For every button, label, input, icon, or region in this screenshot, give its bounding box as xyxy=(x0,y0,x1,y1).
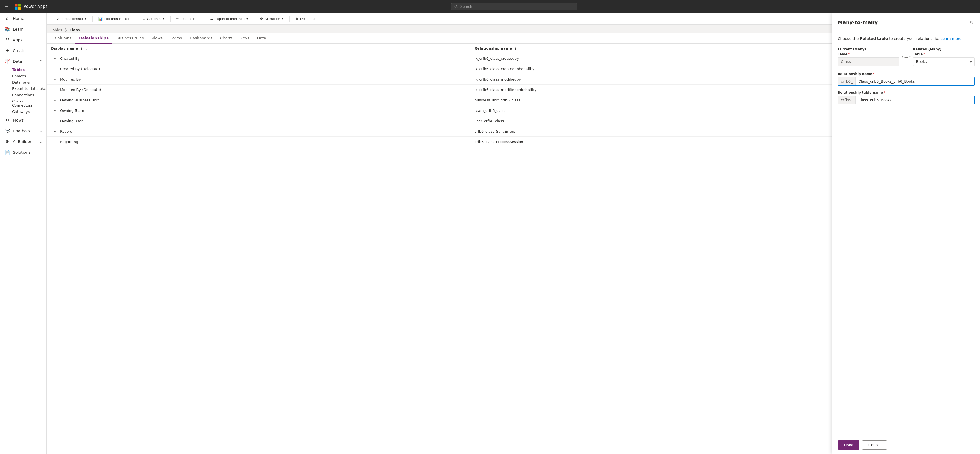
tab-relationships[interactable]: Relationships xyxy=(75,33,112,44)
sidebar-item-flows[interactable]: ↻ Flows xyxy=(0,115,46,125)
row-menu-icon[interactable]: ⋯ xyxy=(51,98,58,103)
add-relationship-button[interactable]: + Add relationship ▼ xyxy=(51,15,90,22)
required-star-relname: * xyxy=(873,72,875,76)
breadcrumb-separator: ❯ xyxy=(64,28,67,32)
sidebar-item-apps[interactable]: ☷ Apps xyxy=(0,35,46,45)
svg-rect-3 xyxy=(18,7,21,10)
sidebar-sub-choices[interactable]: Choices xyxy=(0,73,46,79)
divider3 xyxy=(170,16,170,22)
panel-body: Choose the Related table to create your … xyxy=(832,30,980,436)
hamburger-menu[interactable]: ☰ xyxy=(3,3,10,11)
sort-desc-icon: ↓ xyxy=(85,47,87,50)
content-area: + Add relationship ▼ 📊 Edit data in Exce… xyxy=(46,13,980,454)
svg-rect-1 xyxy=(18,3,21,6)
panel-close-button[interactable]: ✕ xyxy=(968,18,975,26)
home-icon: ⌂ xyxy=(5,16,10,21)
tab-columns[interactable]: Columns xyxy=(51,33,75,44)
export-data-button[interactable]: ⇒ Export data xyxy=(173,15,202,22)
search-input[interactable] xyxy=(460,5,574,9)
sidebar-sub-connections[interactable]: Connections xyxy=(0,92,46,98)
tab-charts[interactable]: Charts xyxy=(216,33,237,44)
ai-caret: ▼ xyxy=(281,17,284,20)
tables-row: Current (Many) Table * Class * — * xyxy=(838,48,975,66)
current-many-label: Current (Many) xyxy=(838,48,899,51)
current-table-display: Class xyxy=(838,57,899,66)
row-menu-icon[interactable]: ⋯ xyxy=(51,77,58,82)
panel-title: Many-to-many xyxy=(838,19,878,25)
sidebar-sub-tables[interactable]: Tables xyxy=(0,67,46,73)
chevron-down-icon2: ⌄ xyxy=(39,140,43,144)
chevron-down-icon: ⌄ xyxy=(39,129,43,133)
row-menu-icon[interactable]: ⋯ xyxy=(51,139,58,144)
svg-line-5 xyxy=(457,7,458,8)
top-navigation: ☰ Power Apps xyxy=(0,0,980,13)
panel-description: Choose the Related table to create your … xyxy=(838,36,975,41)
row-menu-icon[interactable]: ⋯ xyxy=(51,108,58,113)
sidebar-sub-custom-connectors[interactable]: Custom Connectors xyxy=(0,98,46,108)
search-icon xyxy=(454,5,458,8)
done-button[interactable]: Done xyxy=(838,440,859,449)
sidebar-item-home[interactable]: ⌂ Home xyxy=(0,13,46,24)
delete-table-button[interactable]: 🗑 Delete tab xyxy=(293,15,319,22)
table-label-current: Table * xyxy=(838,52,899,56)
display-name-cell: Owning Team xyxy=(60,108,84,113)
tab-dashboards[interactable]: Dashboards xyxy=(186,33,216,44)
sidebar: ⌂ Home 📚 Learn ☷ Apps + Create 📈 Data ⌃ … xyxy=(0,13,46,454)
sidebar-item-data[interactable]: 📈 Data ⌃ xyxy=(0,56,46,67)
svg-rect-2 xyxy=(14,7,17,10)
ai-icon: ⚙ xyxy=(260,17,263,21)
edit-data-excel-button[interactable]: 📊 Edit data in Excel xyxy=(95,15,134,22)
export-icon: ⇒ xyxy=(176,17,179,21)
divider6 xyxy=(290,16,290,22)
cancel-button[interactable]: Cancel xyxy=(862,440,887,449)
chatbots-icon: 💬 xyxy=(5,128,10,133)
tab-views[interactable]: Views xyxy=(148,33,167,44)
rel-name-row: Relationship name * crfb6_ xyxy=(838,72,975,86)
excel-icon: 📊 xyxy=(98,17,102,21)
sidebar-item-solutions[interactable]: 📄 Solutions xyxy=(0,147,46,157)
related-table-select[interactable]: Books Accounts Contacts Orders Products xyxy=(913,57,975,66)
get-data-caret: ▼ xyxy=(162,17,165,20)
panel-header: Many-to-many ✕ xyxy=(832,13,980,30)
sidebar-item-learn[interactable]: 📚 Learn xyxy=(0,24,46,35)
sidebar-sub-gateways[interactable]: Gateways xyxy=(0,108,46,115)
tab-business-rules[interactable]: Business rules xyxy=(112,33,148,44)
create-icon: + xyxy=(5,48,10,53)
rel-name-input[interactable] xyxy=(856,77,974,86)
rel-name-prefix: crfb6_ xyxy=(838,77,856,86)
sidebar-sub-export[interactable]: Export to data lake xyxy=(0,86,46,92)
row-menu-icon[interactable]: ⋯ xyxy=(51,118,58,124)
display-name-cell: Owning Business Unit xyxy=(60,98,99,102)
rel-name-input-wrapper: crfb6_ xyxy=(838,77,975,86)
row-menu-icon[interactable]: ⋯ xyxy=(51,56,58,61)
rel-table-input-wrapper: crfb6_ xyxy=(838,95,975,105)
ai-builder-button[interactable]: ⚙ AI Builder ▼ xyxy=(257,15,287,22)
tab-keys[interactable]: Keys xyxy=(237,33,253,44)
tab-data[interactable]: Data xyxy=(253,33,270,44)
delete-icon: 🗑 xyxy=(295,17,299,21)
sidebar-item-create[interactable]: + Create xyxy=(0,45,46,56)
breadcrumb-tables[interactable]: Tables xyxy=(51,28,62,32)
export-data-lake-button[interactable]: ☁ Export to data lake ▼ xyxy=(207,15,251,22)
sidebar-item-chatbots[interactable]: 💬 Chatbots ⌄ xyxy=(0,125,46,136)
row-menu-icon[interactable]: ⋯ xyxy=(51,66,58,71)
learn-icon: 📚 xyxy=(5,27,10,32)
rel-table-input[interactable] xyxy=(856,96,974,104)
required-star-related: * xyxy=(923,52,925,56)
add-icon: + xyxy=(54,17,56,21)
divider5 xyxy=(254,16,255,22)
col-display-name[interactable]: Display name ↑ ↓ xyxy=(46,44,470,54)
sidebar-sub-dataflows[interactable]: Dataflows xyxy=(0,79,46,86)
row-menu-icon[interactable]: ⋯ xyxy=(51,129,58,134)
related-table-select-wrapper: Books Accounts Contacts Orders Products xyxy=(913,57,975,66)
panel-footer: Done Cancel xyxy=(832,436,980,454)
rel-connector: * — * xyxy=(899,55,913,59)
search-bar xyxy=(451,3,577,10)
tab-forms[interactable]: Forms xyxy=(166,33,186,44)
current-table-col: Current (Many) Table * Class xyxy=(838,48,899,66)
sidebar-item-ai-builder[interactable]: ⚙ AI Builder ⌄ xyxy=(0,136,46,147)
export-lake-icon: ☁ xyxy=(210,17,213,21)
learn-more-link[interactable]: Learn more xyxy=(940,37,962,41)
row-menu-icon[interactable]: ⋯ xyxy=(51,87,58,92)
get-data-button[interactable]: ⇓ Get data ▼ xyxy=(140,15,167,22)
